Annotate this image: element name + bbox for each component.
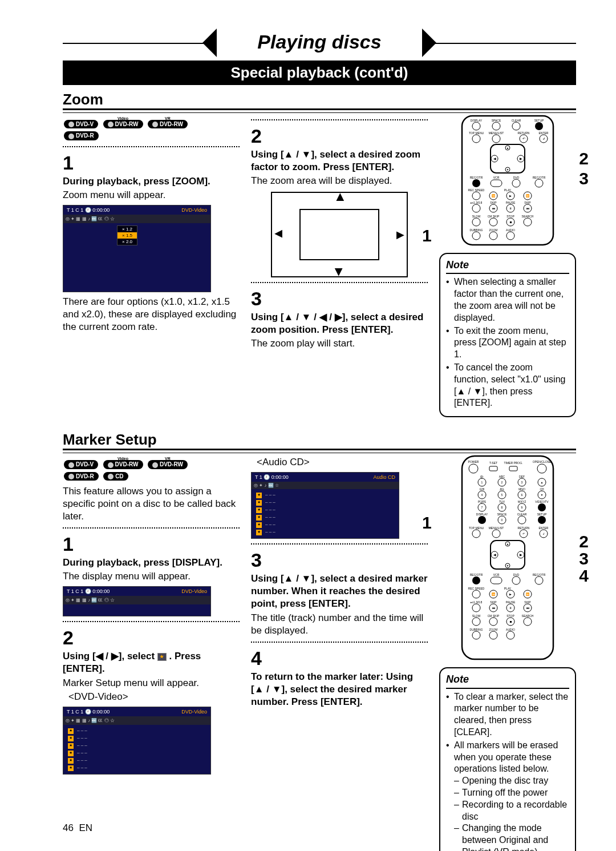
marker-note-box: Note To clear a marker, select the marke… — [439, 667, 576, 851]
svg-text:PQRS: PQRS — [478, 500, 487, 503]
arrow-up-icon: ▶ — [333, 193, 346, 201]
marker-osd-audiocd: T 1 🕘 0:00:00Audio CD ◎ ✦ ♪ 🔤 ☆ ★– – – ★… — [251, 472, 399, 539]
svg-text:SEARCH: SEARCH — [522, 215, 534, 218]
svg-point-178 — [489, 618, 497, 626]
svg-text:⏭: ⏭ — [526, 207, 529, 210]
svg-text:STOP: STOP — [506, 215, 514, 218]
marker-osd-display: T 1 C 1 🕘 0:00:00DVD-Video ◎ ✦ ▦ ▦ ♪ 🔤 ㏍… — [63, 586, 211, 616]
svg-text:RETURN: RETURN — [518, 526, 530, 530]
remote-diagram-full: POWERT-SETTIMER PROG.OPEN/CLOSE @:ABCDEF… — [459, 455, 556, 663]
zoom-step-1-footer: There are four options (x1.0, x1.2, x1.5… — [63, 296, 240, 333]
zoom-section-title: Zoom — [63, 91, 576, 110]
svg-point-61 — [489, 218, 497, 226]
svg-point-177 — [472, 618, 480, 626]
subtitle-band: Special playback (cont'd) — [63, 61, 576, 85]
svg-text:6: 6 — [521, 493, 523, 497]
svg-text:VCR: VCR — [493, 573, 500, 576]
zoom-disc-badges: DVD-V VideoDVD-RW VRDVD-RW DVD-R — [63, 118, 240, 142]
svg-point-116 — [538, 503, 546, 511]
arrow-right-icon: ▶ — [396, 228, 404, 241]
svg-text:DVD: DVD — [513, 573, 520, 576]
svg-point-79 — [469, 464, 478, 473]
svg-point-186 — [489, 631, 497, 639]
svg-text:PLAY: PLAY — [504, 188, 512, 192]
svg-text:JKL: JKL — [500, 487, 505, 491]
svg-point-14 — [492, 135, 500, 143]
svg-text:▸x1.3/0.8: ▸x1.3/0.8 — [471, 201, 483, 204]
zoom-ref-2: 2 — [579, 149, 589, 168]
svg-text:▶: ▶ — [520, 157, 522, 160]
svg-rect-33 — [491, 180, 502, 187]
marker-step-1-num: 1 — [63, 533, 240, 555]
svg-point-131 — [492, 530, 500, 538]
svg-text:SLOW: SLOW — [472, 215, 481, 218]
marker-ref-1: 1 — [422, 513, 432, 533]
marker-section-title: Marker Setup — [63, 431, 576, 450]
svg-text:CH: CH — [540, 487, 544, 491]
svg-text:DEF: DEF — [519, 475, 525, 478]
svg-text:▶: ▶ — [509, 592, 512, 596]
svg-text:WXYZ: WXYZ — [518, 500, 526, 503]
header-band: Playing discs — [63, 29, 576, 57]
svg-text:⏹: ⏹ — [509, 220, 512, 224]
svg-text:0: 0 — [501, 518, 503, 522]
svg-text:POWER: POWER — [468, 460, 479, 463]
marker-step-2-num: 2 — [63, 627, 240, 649]
svg-text:5: 5 — [501, 493, 503, 497]
svg-text:ZOOM: ZOOM — [489, 228, 498, 232]
zoom-step-2-num: 2 — [251, 125, 428, 147]
svg-text:SETUP: SETUP — [534, 119, 544, 122]
svg-text:2: 2 — [501, 481, 503, 484]
svg-text:⏩: ⏩ — [526, 592, 530, 596]
svg-text:TOP MENU: TOP MENU — [469, 131, 484, 135]
svg-point-166 — [472, 604, 480, 612]
svg-text:PLAY: PLAY — [504, 587, 512, 590]
svg-point-68 — [472, 232, 480, 240]
svg-text:TIMER PROG.: TIMER PROG. — [504, 461, 522, 465]
marker-disc-badges: DVD-V VideoDVD-RW VRDVD-RW DVD-R CD — [63, 458, 240, 482]
svg-text:VIDEO/TV: VIDEO/TV — [535, 500, 549, 503]
svg-text:▼: ▼ — [506, 564, 509, 567]
svg-text:⏹: ⏹ — [509, 620, 512, 623]
svg-text:◀: ◀ — [493, 553, 496, 556]
svg-text:TUV: TUV — [499, 500, 505, 503]
marker-ref-3: 3 — [579, 549, 589, 568]
svg-point-125 — [538, 516, 546, 524]
svg-text:STOP: STOP — [506, 614, 514, 618]
svg-point-124 — [518, 516, 526, 524]
svg-text:↶: ↶ — [522, 137, 525, 140]
svg-point-152 — [535, 576, 543, 584]
svg-point-13 — [472, 135, 480, 143]
svg-point-35 — [535, 179, 543, 187]
svg-text:RETURN: RETURN — [518, 131, 530, 135]
marker-osd-dvdvideo: T 1 C 1 🕘 0:00:00DVD-Video ◎ ✦ ▦ ▦ ♪ 🔤 ㏍… — [63, 707, 211, 775]
zoom-osd-1: T 1 C 1 🕘 0:00:00DVD-Video ◎ ✦ ▦ ▦ ♪ 🔤 ㏍… — [63, 205, 211, 292]
svg-text:SKIP: SKIP — [524, 600, 531, 604]
svg-text:ZOOM: ZOOM — [489, 628, 498, 631]
svg-text:REC/OTR: REC/OTR — [470, 176, 483, 179]
svg-text:CM SKIP: CM SKIP — [488, 614, 500, 618]
svg-text:⏸: ⏸ — [509, 606, 512, 610]
arrow-left-icon: ▶ — [274, 228, 282, 241]
svg-point-151 — [512, 576, 520, 584]
svg-text:⏮: ⏮ — [492, 207, 495, 210]
svg-text:MNO: MNO — [518, 487, 525, 491]
zoom-step-3-num: 3 — [251, 288, 428, 310]
svg-text:DISPLAY: DISPLAY — [471, 119, 483, 122]
svg-point-80 — [537, 464, 546, 473]
marker-step-3-num: 3 — [251, 549, 428, 571]
zoom-step-3-instruction: Using [▲ / ▼ / ◀ / ▶], select a desired … — [251, 311, 428, 336]
svg-text:SPACE: SPACE — [492, 119, 501, 122]
svg-text:◀: ◀ — [493, 157, 496, 160]
svg-text:DUBBING: DUBBING — [470, 228, 483, 232]
zoom-note-box: Note When selecting a smaller factor tha… — [439, 253, 576, 417]
svg-text:↲: ↲ — [542, 137, 545, 140]
page-footer: 46 EN — [63, 822, 92, 834]
svg-text:▲: ▲ — [506, 542, 509, 546]
svg-point-155 — [472, 590, 480, 598]
svg-text:SLOW: SLOW — [472, 614, 481, 618]
svg-text:@:: @: — [480, 475, 484, 478]
svg-text:CM SKIP: CM SKIP — [488, 215, 500, 218]
remote-diagram-top: DISPLAYSPACECLEARSETUP TOP MENUMENU/LIST… — [459, 115, 556, 248]
svg-text:REC/OTR: REC/OTR — [533, 573, 546, 576]
